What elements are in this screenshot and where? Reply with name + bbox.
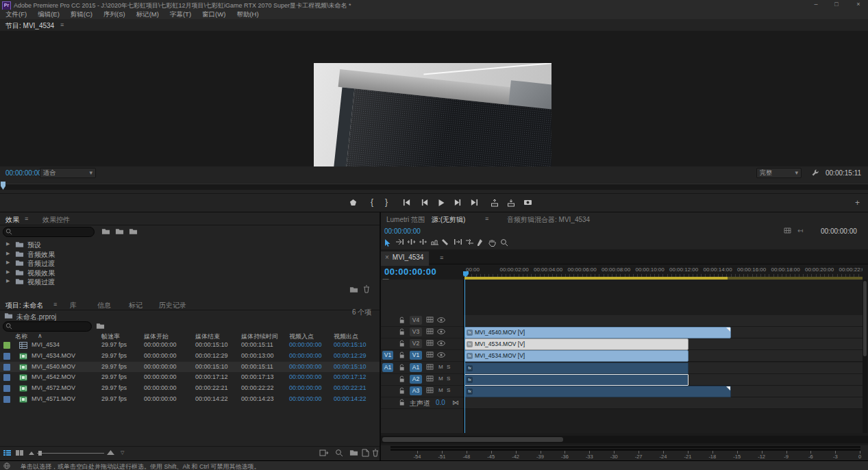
clip-name[interactable]: MVI_4542.MOV [32, 373, 75, 380]
icon-view-icon[interactable] [15, 449, 24, 457]
new-bin-icon[interactable] [349, 449, 358, 456]
program-scrub-bar[interactable] [0, 180, 868, 193]
label-color-chip[interactable] [3, 396, 10, 403]
lift-button[interactable] [488, 197, 501, 208]
new-custom-bin-icon[interactable] [349, 286, 358, 293]
menu-item-0[interactable]: 文件(F) [0, 10, 32, 20]
scrollbar-thumb[interactable] [382, 437, 563, 442]
project-file-name[interactable]: 未命名.prproj [16, 312, 56, 322]
timeline-clip[interactable]: fxMVI_4534.MOV [V] [464, 338, 689, 350]
timeline-clip[interactable]: fx [464, 386, 731, 397]
tab-effect-controls[interactable]: 效果控件 [42, 215, 70, 225]
close-button[interactable]: × [850, 0, 867, 9]
track-target-A3[interactable]: A3 [410, 386, 422, 395]
track-target-A2[interactable]: A2 [410, 375, 422, 384]
label-color-chip[interactable] [3, 385, 10, 392]
insert-icon[interactable]: ↤ [797, 227, 803, 234]
track-target-V2[interactable]: V2 [410, 339, 422, 348]
track-output-eye-icon[interactable] [437, 329, 445, 334]
mute-button[interactable]: M [438, 375, 443, 382]
slip-tool[interactable] [454, 238, 464, 248]
sort-icon[interactable]: ▽ [121, 450, 124, 456]
fit-dropdown[interactable]: 适合▾ [40, 168, 96, 178]
tab-libraries[interactable]: 库 [70, 301, 77, 310]
timeline-clip[interactable]: fxMVI_4534.MOV [V] [464, 350, 689, 362]
tab-info[interactable]: 信息 [97, 301, 111, 310]
timeline-vertical-scrollbar[interactable] [863, 280, 867, 433]
automate-to-sequence-icon[interactable] [319, 449, 329, 457]
panel-menu-icon[interactable]: ≡ [53, 301, 57, 308]
tab-markers[interactable]: 标记 [129, 301, 142, 310]
menu-item-1[interactable]: 编辑(E) [32, 10, 65, 20]
marker-button[interactable] [346, 197, 360, 208]
track-target-V3[interactable]: V3 [410, 327, 422, 336]
table-row[interactable]: MVI_4572.MOV29.97 fps00:00:00:0000:00:22… [0, 383, 380, 394]
settings-wrench-icon[interactable] [811, 169, 819, 177]
effects-tree-item-4[interactable]: ▶视频过渡 [0, 277, 380, 286]
find-icon[interactable] [335, 449, 343, 457]
expand-caret-icon[interactable]: ▶ [6, 269, 10, 275]
track-lock-icon[interactable] [399, 317, 405, 324]
label-color-chip[interactable] [3, 364, 10, 371]
delete-custom-item-icon[interactable] [363, 285, 370, 293]
pen-tool[interactable] [477, 238, 488, 248]
sync-lock-icon[interactable] [426, 364, 434, 370]
tab-audio-clip-mixer[interactable]: 音频剪辑混合器: MVI_4534 [507, 215, 590, 225]
slider-thumb[interactable] [38, 451, 42, 456]
close-icon[interactable]: × [385, 253, 389, 261]
selection-tool[interactable] [384, 238, 395, 248]
effects-tree-item-2[interactable]: ▶音频过渡 [0, 258, 380, 267]
track-lock-icon[interactable] [399, 340, 405, 347]
track-output-eye-icon[interactable] [437, 317, 445, 323]
filter-accelerated-effects-icon[interactable] [101, 227, 110, 235]
settings-grid-icon[interactable] [784, 227, 791, 234]
tab-history[interactable]: 历史记录 [159, 301, 186, 310]
track-target-V1[interactable]: V1 [410, 351, 422, 360]
playhead-line[interactable] [464, 280, 465, 433]
track-lock-icon[interactable] [399, 375, 405, 383]
track-target-A1[interactable]: A1 [410, 363, 422, 372]
new-item-icon[interactable] [362, 449, 369, 457]
timeline-clip[interactable]: fxMVI_4540.MOV [V] [464, 327, 731, 338]
menu-item-3[interactable]: 序列(S) [98, 10, 131, 20]
clip-name[interactable]: MVI_4534.MOV [32, 352, 75, 359]
effects-tree-item-0[interactable]: ▶预设 [0, 240, 380, 249]
resolution-dropdown[interactable]: 完整▾ [756, 168, 802, 178]
table-row[interactable]: MVI_453429.97 fps00:00:00:0000:00:15:100… [0, 340, 380, 351]
effects-tree-item-1[interactable]: ▶音频效果 [0, 249, 380, 258]
mute-button[interactable]: M [438, 387, 443, 393]
track-output-eye-icon[interactable] [437, 341, 445, 346]
source-patch-V1[interactable]: V1 [382, 351, 393, 360]
razor-tool[interactable] [442, 238, 453, 248]
table-row[interactable]: MVI_4534.MOV29.97 fps00:00:00:0000:00:12… [0, 351, 380, 362]
export-frame-button[interactable] [521, 197, 534, 208]
hand-tool[interactable] [488, 238, 499, 248]
slide-tool[interactable] [465, 238, 476, 248]
sync-lock-icon[interactable] [426, 340, 434, 346]
source-patch-A1[interactable]: A1 [382, 363, 393, 372]
filter-32bit-effects-icon[interactable] [115, 227, 124, 235]
go-to-in-button[interactable] [400, 197, 414, 208]
timeline-tracks-area[interactable]: fxMVI_4540.MOV [V]fxMVI_4534.MOV [V]fxMV… [463, 280, 863, 433]
sync-lock-icon[interactable] [426, 317, 434, 323]
pan-bowtie-icon[interactable]: ⋈ [452, 399, 459, 406]
table-row[interactable]: MVI_4571.MOV29.97 fps00:00:00:0000:00:14… [0, 394, 380, 405]
rate-stretch-tool[interactable] [430, 238, 441, 248]
ripple-edit-tool[interactable] [407, 238, 418, 248]
source-timecode[interactable]: 00:00:00:00 [384, 227, 421, 235]
step-back-button[interactable] [418, 197, 432, 208]
solo-button[interactable]: S [447, 375, 450, 382]
track-lock-icon[interactable] [399, 399, 405, 406]
sync-lock-icon[interactable] [426, 351, 434, 358]
project-search-input[interactable] [3, 321, 92, 332]
tab-project[interactable]: 项目: 未命名 [5, 301, 44, 310]
list-view-icon[interactable] [3, 449, 12, 457]
panel-menu-icon[interactable]: ≡ [440, 254, 443, 261]
delete-icon[interactable] [372, 449, 379, 457]
rolling-edit-tool[interactable] [419, 238, 430, 248]
track-target-V4[interactable]: V4 [410, 316, 422, 325]
tab-effects[interactable]: 效果 [5, 215, 19, 225]
track-lane-V4[interactable] [463, 315, 863, 327]
menu-item-7[interactable]: 帮助(H) [231, 10, 264, 20]
step-forward-button[interactable] [451, 197, 464, 208]
